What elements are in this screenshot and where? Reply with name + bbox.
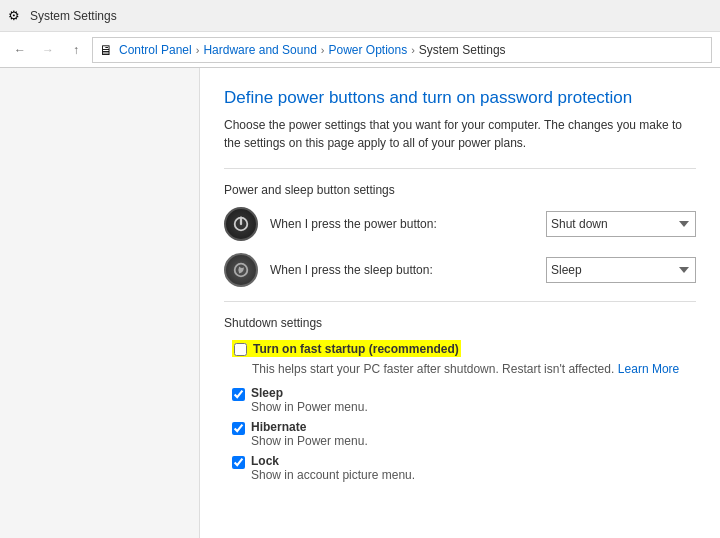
main-content: Define power buttons and turn on passwor… bbox=[200, 68, 720, 538]
shutdown-section-label: Shutdown settings bbox=[224, 316, 696, 330]
breadcrumb-hardware-sound[interactable]: Hardware and Sound bbox=[203, 43, 316, 57]
fast-startup-highlight: Turn on fast startup (recommended) bbox=[232, 340, 461, 357]
breadcrumb-icon: 🖥 bbox=[99, 42, 113, 58]
sleep-option-desc: Show in Power menu. bbox=[251, 400, 368, 414]
window-title: System Settings bbox=[30, 9, 117, 23]
up-button[interactable]: ↑ bbox=[64, 38, 88, 62]
section-divider-2 bbox=[224, 301, 696, 302]
sleep-option-label-area: Sleep Show in Power menu. bbox=[251, 386, 368, 414]
breadcrumb: 🖥 Control Panel › Hardware and Sound › P… bbox=[92, 37, 712, 63]
sleep-button-dropdown[interactable]: Sleep Hibernate Shut down Do nothing bbox=[546, 257, 696, 283]
lock-option-desc: Show in account picture menu. bbox=[251, 468, 415, 482]
lock-option-row: Lock Show in account picture menu. bbox=[232, 454, 696, 482]
section-divider-1 bbox=[224, 168, 696, 169]
power-section-label: Power and sleep button settings bbox=[224, 183, 696, 197]
breadcrumb-control-panel[interactable]: Control Panel bbox=[119, 43, 192, 57]
back-button[interactable]: ← bbox=[8, 38, 32, 62]
sidebar bbox=[0, 68, 200, 538]
hibernate-option-label-area: Hibernate Show in Power menu. bbox=[251, 420, 368, 448]
page-description: Choose the power settings that you want … bbox=[224, 116, 696, 152]
fast-startup-desc: This helps start your PC faster after sh… bbox=[252, 362, 614, 376]
lock-option-label: Lock bbox=[251, 454, 415, 468]
sleep-checkbox[interactable] bbox=[232, 388, 245, 401]
sleep-option-label: Sleep bbox=[251, 386, 368, 400]
title-bar: ⚙ System Settings bbox=[0, 0, 720, 32]
power-icon bbox=[232, 215, 250, 233]
lock-checkbox[interactable] bbox=[232, 456, 245, 469]
breadcrumb-power-options[interactable]: Power Options bbox=[328, 43, 407, 57]
breadcrumb-current: System Settings bbox=[419, 43, 506, 57]
page-title: Define power buttons and turn on passwor… bbox=[224, 88, 696, 108]
address-bar: ← → ↑ 🖥 Control Panel › Hardware and Sou… bbox=[0, 32, 720, 68]
power-button-label: When I press the power button: bbox=[270, 217, 534, 231]
fast-startup-row: Turn on fast startup (recommended) bbox=[232, 340, 696, 357]
sleep-icon-circle bbox=[224, 253, 258, 287]
hibernate-option-desc: Show in Power menu. bbox=[251, 434, 368, 448]
hibernate-checkbox[interactable] bbox=[232, 422, 245, 435]
hibernate-option-label: Hibernate bbox=[251, 420, 368, 434]
sleep-option-row: Sleep Show in Power menu. bbox=[232, 386, 696, 414]
power-button-row: When I press the power button: Shut down… bbox=[224, 207, 696, 241]
learn-more-link[interactable]: Learn More bbox=[618, 362, 679, 376]
power-icon-circle bbox=[224, 207, 258, 241]
forward-button[interactable]: → bbox=[36, 38, 60, 62]
fast-startup-label: Turn on fast startup (recommended) bbox=[253, 342, 459, 356]
lock-option-label-area: Lock Show in account picture menu. bbox=[251, 454, 415, 482]
fast-startup-label-area: Turn on fast startup (recommended) bbox=[253, 342, 459, 356]
window-icon: ⚙ bbox=[8, 8, 24, 24]
hibernate-option-row: Hibernate Show in Power menu. bbox=[232, 420, 696, 448]
breadcrumb-sep-3: › bbox=[411, 44, 415, 56]
fast-startup-checkbox[interactable] bbox=[234, 343, 247, 356]
breadcrumb-sep-2: › bbox=[321, 44, 325, 56]
sleep-button-row: When I press the sleep button: Sleep Hib… bbox=[224, 253, 696, 287]
sleep-icon bbox=[232, 261, 250, 279]
power-button-dropdown[interactable]: Shut down Sleep Hibernate Do nothing bbox=[546, 211, 696, 237]
main-layout: Define power buttons and turn on passwor… bbox=[0, 68, 720, 538]
breadcrumb-sep-1: › bbox=[196, 44, 200, 56]
fast-startup-desc-row: This helps start your PC faster after sh… bbox=[252, 361, 696, 376]
sleep-button-label: When I press the sleep button: bbox=[270, 263, 534, 277]
